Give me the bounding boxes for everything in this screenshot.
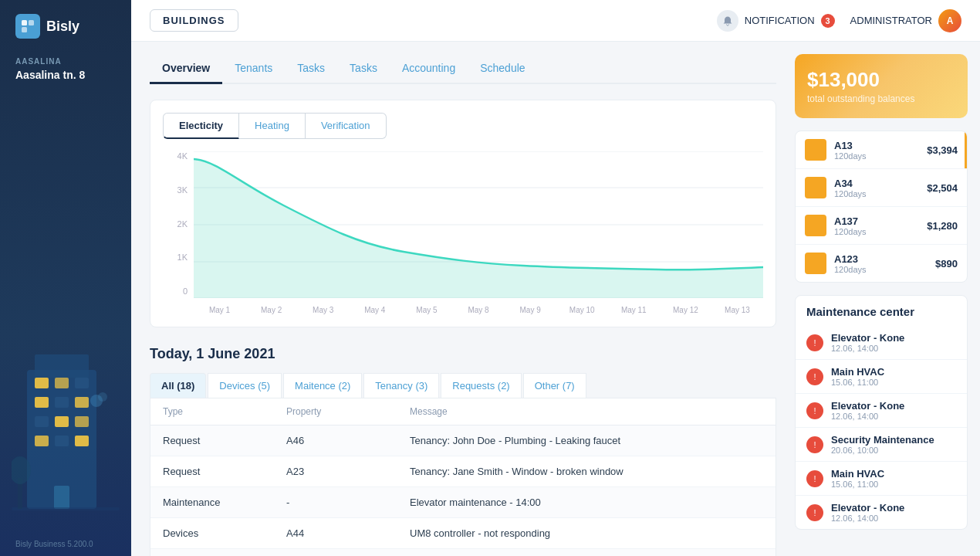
maint-info-4: Security Maintenance 20.06, 10:00 (831, 434, 956, 455)
left-panel: Overview Tenants Tasks Tasks Accounting … (131, 42, 795, 556)
svg-rect-17 (54, 486, 69, 509)
cell-type: Devices (163, 527, 286, 539)
logo-icon (15, 14, 40, 39)
maintenance-item-1[interactable]: ! Elevator - Kone 12.06, 14:00 (796, 326, 967, 360)
balance-icon-a137 (805, 215, 826, 236)
filter-maitence[interactable]: Maitence (2) (283, 373, 362, 398)
chart-container: Electicity Heating Verification 4K 3K 2K… (150, 100, 776, 327)
tab-tasks-1[interactable]: Tasks (285, 54, 337, 84)
maintenance-item-5[interactable]: ! Main HVAC 15.06, 11:00 (796, 462, 967, 496)
buildings-button[interactable]: BUILDINGS (150, 9, 238, 32)
filter-all[interactable]: All (18) (150, 373, 206, 398)
maint-date-5: 15.06, 11:00 (831, 480, 956, 489)
maintenance-item-6[interactable]: ! Elevator - Kone 12.06, 14:00 (796, 496, 967, 529)
maint-name-2: Main HVAC (831, 366, 956, 378)
y-label-4k: 4K (177, 151, 188, 161)
sub-tabs: Electicity Heating Verification (163, 113, 763, 139)
maint-name-4: Security Maintenance (831, 434, 956, 446)
table-row: Rent review A11 Tenancy:Jaan Tamm (150, 549, 776, 556)
col-type: Type (163, 406, 286, 417)
svg-rect-15 (55, 436, 69, 446)
balance-item-a34[interactable]: A34 120days $2,504 (796, 169, 967, 207)
svg-rect-13 (75, 416, 89, 427)
maintenance-item-3[interactable]: ! Elevator - Kone 12.06, 14:00 (796, 394, 967, 428)
cell-type: Request (163, 435, 286, 446)
x-label-may10: May 10 (556, 306, 608, 314)
x-axis-labels: May 1 May 2 May 3 May 4 May 5 May 8 May … (194, 306, 763, 314)
y-label-2k: 2K (177, 219, 188, 229)
tab-tenants[interactable]: Tenants (222, 54, 285, 84)
filter-tenancy[interactable]: Tenancy (3) (363, 373, 439, 398)
subtab-heating[interactable]: Heating (239, 113, 306, 139)
logo-area: Bisly (0, 0, 95, 51)
balance-name-a34: A34 (834, 178, 927, 189)
balance-amount-a123: $890 (935, 258, 958, 270)
svg-rect-18 (12, 507, 120, 510)
x-label-may9: May 9 (505, 306, 556, 314)
admin-area[interactable]: ADMINISTRATOR A (850, 9, 961, 32)
maint-name-6: Elevator - Kone (831, 502, 956, 514)
bell-icon (717, 10, 738, 32)
balance-amount-a137: $1,280 (927, 220, 958, 232)
main-area: BUILDINGS NOTIFICATION 3 ADMINISTRATOR A… (131, 0, 980, 556)
cell-type: Request (163, 466, 286, 477)
svg-rect-12 (55, 416, 69, 427)
maint-info-1: Elevator - Kone 12.06, 14:00 (831, 332, 956, 353)
balance-info-a13: A13 120days (834, 140, 927, 161)
maint-date-1: 12.06, 14:00 (831, 344, 956, 353)
svg-rect-1 (29, 20, 34, 25)
tab-tasks-2[interactable]: Tasks (337, 54, 390, 84)
svg-rect-9 (55, 397, 69, 408)
cell-message: UM8 controller - not responding (410, 527, 763, 539)
cell-property: A44 (286, 527, 410, 539)
subtab-electricity[interactable]: Electicity (163, 113, 239, 139)
balance-item-a123[interactable]: A123 120days $890 (796, 245, 967, 282)
cell-message: Tenancy: Jane Smith - Window - broken wi… (410, 466, 763, 477)
right-panel: $13,000 total outstanding balances A13 1… (795, 42, 980, 556)
balance-info-a123: A123 120days (834, 253, 935, 274)
balance-days-a137: 120days (834, 227, 927, 236)
x-label-may13: May 13 (711, 306, 763, 314)
balance-name-a13: A13 (834, 140, 927, 151)
svg-rect-14 (35, 436, 49, 446)
maint-date-6: 12.06, 14:00 (831, 514, 956, 523)
maint-date-4: 20.06, 10:00 (831, 446, 956, 455)
subtab-verification[interactable]: Verification (306, 113, 387, 139)
svg-rect-5 (35, 378, 49, 388)
maint-name-3: Elevator - Kone (831, 400, 956, 412)
balance-list: A13 120days $3,394 A34 120days $2,504 (795, 131, 968, 283)
y-label-3k: 3K (177, 185, 188, 195)
alert-icon-6: ! (806, 504, 823, 521)
topbar: BUILDINGS NOTIFICATION 3 ADMINISTRATOR A (131, 0, 980, 42)
data-table: Type Property Message Request A46 Tenanc… (150, 398, 776, 556)
nav-tabs: Overview Tenants Tasks Tasks Accounting … (150, 42, 776, 84)
filter-other[interactable]: Other (7) (523, 373, 586, 398)
balance-icon-a123 (805, 253, 826, 274)
tab-overview[interactable]: Overview (150, 54, 222, 84)
maint-info-3: Elevator - Kone 12.06, 14:00 (831, 400, 956, 421)
filter-devices[interactable]: Devices (5) (208, 373, 282, 398)
svg-rect-16 (75, 436, 89, 446)
notification-area[interactable]: NOTIFICATION 3 (717, 10, 835, 32)
maint-name-5: Main HVAC (831, 468, 956, 480)
col-message: Message (410, 406, 763, 417)
table-header: Type Property Message (150, 398, 776, 425)
building-label: AASALINA (0, 57, 77, 66)
balance-item-a13[interactable]: A13 120days $3,394 (796, 131, 967, 169)
balance-card: $13,000 total outstanding balances (795, 54, 968, 118)
table-row: Maintenance - Elevator maintenance - 14:… (150, 487, 776, 518)
maintenance-item-2[interactable]: ! Main HVAC 15.06, 11:00 (796, 360, 967, 394)
tab-accounting[interactable]: Accounting (390, 54, 468, 84)
balance-item-a137[interactable]: A137 120days $1,280 (796, 207, 967, 245)
balance-name-a123: A123 (834, 253, 935, 265)
alert-icon-3: ! (806, 402, 823, 419)
x-label-may1: May 1 (194, 306, 245, 314)
balance-days-a13: 120days (834, 151, 927, 161)
filter-requests[interactable]: Requests (2) (441, 373, 521, 398)
cell-type: Maintenance (163, 497, 286, 508)
tab-schedule[interactable]: Schedule (468, 54, 537, 84)
x-label-may2: May 2 (245, 306, 297, 314)
svg-rect-10 (75, 397, 89, 408)
chart-inner (194, 151, 763, 301)
maintenance-item-4[interactable]: ! Security Maintenance 20.06, 10:00 (796, 428, 967, 462)
